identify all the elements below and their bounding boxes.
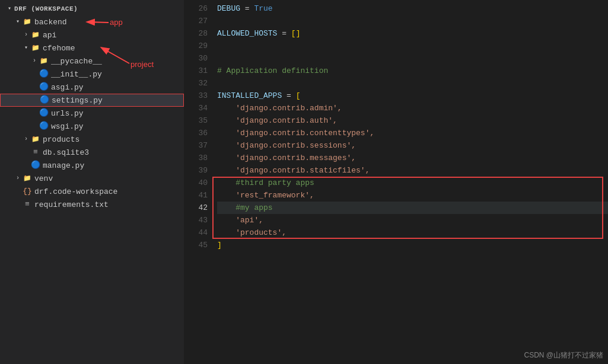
txt-icon: ≡: [23, 200, 32, 209]
sidebar-item-settings[interactable]: 🔵settings.py: [0, 94, 184, 107]
code-line: # Application definition: [217, 65, 608, 77]
workspace-label: DRF (WORKSPACE): [14, 5, 184, 12]
token: =: [282, 90, 295, 102]
folder-label: venv: [34, 174, 184, 183]
watermark: CSDN @山猪打不过家猪: [524, 350, 603, 360]
code-line: 'rest_framework',: [217, 189, 608, 202]
token: DEBUG: [217, 2, 240, 15]
folder-label: backend: [34, 18, 184, 27]
chevron-icon: [13, 17, 23, 27]
line-number: 29: [184, 40, 208, 52]
code-line: ALLOWED_HOSTS = []: [217, 27, 608, 40]
folder-icon: 📁: [23, 17, 32, 27]
code-line: 'django.contrib.contenttypes',: [217, 127, 608, 139]
py-icon: 🔵: [39, 69, 49, 79]
line-number: 36: [184, 127, 208, 139]
code-line: DEBUG = True: [217, 2, 608, 15]
file-label: db.sqlite3: [43, 148, 184, 157]
chevron-icon: [5, 4, 14, 14]
folder-icon: 📁: [31, 43, 40, 53]
chevron-icon: [21, 30, 31, 40]
code-line: 'django.contrib.auth',: [217, 114, 608, 127]
token: #third party apps: [217, 177, 314, 189]
line-number: 42: [184, 202, 208, 214]
line-number: 43: [184, 214, 208, 226]
line-number: 40: [184, 177, 208, 189]
code-line: [217, 15, 608, 27]
code-line: 'django.contrib.messages',: [217, 152, 608, 164]
py-icon: 🔵: [39, 122, 49, 131]
sidebar-item-manage[interactable]: 🔵manage.py: [0, 159, 184, 172]
token: INSTALLED_APPS: [217, 90, 282, 102]
folder-icon: 📁: [31, 30, 40, 40]
sidebar-item-venv[interactable]: 📁venv: [0, 172, 184, 185]
code-line: [217, 40, 608, 52]
code-line: [217, 77, 608, 90]
code-line: 'api',: [217, 214, 608, 226]
sidebar: DRF (WORKSPACE)📁backend📁api📁cfehome📁__py…: [0, 0, 184, 364]
line-number: 37: [184, 139, 208, 152]
sidebar-item-requirements[interactable]: ≡requirements.txt: [0, 198, 184, 211]
sidebar-item-cfehome[interactable]: 📁cfehome: [0, 41, 184, 55]
line-number: 30: [184, 52, 208, 65]
sidebar-item-workspace_file[interactable]: {}drf.code-workspace: [0, 185, 184, 198]
file-label: manage.py: [43, 161, 184, 170]
sidebar-item-wsgi[interactable]: 🔵wsgi.py: [0, 120, 184, 133]
code-line: #third party apps: [217, 177, 608, 189]
sidebar-item-urls[interactable]: 🔵urls.py: [0, 107, 184, 120]
line-number: 45: [184, 239, 208, 251]
line-number: 39: [184, 164, 208, 177]
folder-label: __pycache__: [51, 57, 184, 66]
file-label: drf.code-workspace: [34, 187, 184, 196]
token: 'django.contrib.staticfiles',: [217, 164, 370, 177]
line-number: 34: [184, 102, 208, 114]
sidebar-item-backend[interactable]: 📁backend: [0, 15, 184, 28]
token: 'django.contrib.auth',: [217, 114, 338, 127]
line-number: 41: [184, 189, 208, 202]
token: ALLOWED_HOSTS: [217, 27, 277, 40]
line-number: 32: [184, 77, 208, 90]
token: ]: [217, 239, 222, 251]
folder-icon: 📁: [31, 135, 40, 144]
code-line: ]: [217, 239, 608, 251]
line-number: 38: [184, 152, 208, 164]
folder-icon: 📁: [23, 174, 32, 183]
sidebar-item-workspace[interactable]: DRF (WORKSPACE): [0, 2, 184, 15]
code-line: #my apps: [217, 202, 608, 214]
token: ]: [296, 27, 301, 40]
token: 'django.contrib.messages',: [217, 152, 356, 164]
folder-label: cfehome: [43, 44, 184, 53]
sidebar-item-api[interactable]: 📁api: [0, 28, 184, 41]
sidebar-item-db[interactable]: ≡db.sqlite3: [0, 146, 184, 159]
json-icon: {}: [23, 187, 32, 196]
token: =: [240, 2, 254, 15]
file-label: asgi.py: [51, 83, 184, 92]
file-label: settings.py: [52, 96, 183, 105]
code-line: 'django.contrib.staticfiles',: [217, 164, 608, 177]
chevron-icon: [30, 56, 39, 66]
line-number: 44: [184, 226, 208, 239]
line-number: 28: [184, 27, 208, 40]
folder-icon: 📁: [39, 56, 49, 66]
line-number: 26: [184, 2, 208, 15]
db-icon: ≡: [31, 148, 40, 157]
py-icon: 🔵: [40, 95, 49, 105]
code-line: [217, 52, 608, 65]
token: True: [254, 2, 272, 15]
sidebar-item-init[interactable]: 🔵__init__.py: [0, 68, 184, 81]
token: 'api',: [217, 214, 263, 226]
token: # Application definition: [217, 65, 328, 77]
sidebar-item-products[interactable]: 📁products: [0, 133, 184, 146]
line-number: 27: [184, 15, 208, 27]
folder-label: products: [43, 135, 184, 144]
token: 'django.contrib.admin',: [217, 102, 342, 114]
code-line: 'products',: [217, 226, 608, 239]
line-number: 31: [184, 65, 208, 77]
sidebar-item-pycache[interactable]: 📁__pycache__: [0, 55, 184, 68]
py-icon: 🔵: [39, 108, 49, 118]
sidebar-item-asgi[interactable]: 🔵asgi.py: [0, 81, 184, 94]
code-area: 2627282930313233343536373839404142434445…: [184, 0, 608, 364]
chevron-icon: [21, 43, 31, 53]
chevron-icon: [13, 174, 23, 183]
line-number: 35: [184, 114, 208, 127]
